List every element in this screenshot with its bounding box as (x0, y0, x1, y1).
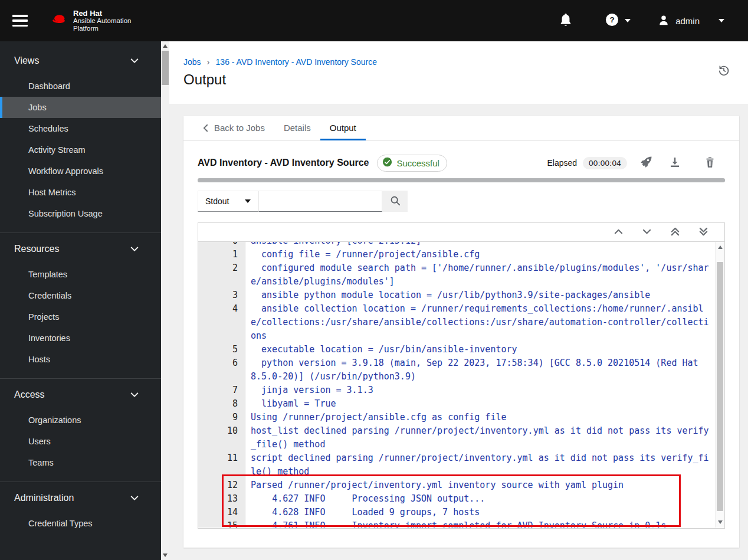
sidebar-item-schedules[interactable]: Schedules (0, 118, 161, 139)
highlighted-log-section: 12Parsed /runner/project/inventory.yml i… (198, 479, 715, 528)
chevron-up-icon (614, 228, 623, 237)
sidebar-group-toggle-resources[interactable]: Resources (0, 237, 161, 261)
user-icon (658, 14, 670, 28)
log-line-number[interactable]: 7 (198, 384, 245, 397)
sidebar-scrollbar-thumb[interactable] (162, 51, 169, 85)
log-line-number[interactable]: 9 (198, 411, 245, 424)
sidebar-scrollbar[interactable] (161, 41, 169, 560)
sidebar-item-activity-stream[interactable]: Activity Stream (0, 139, 161, 161)
double-chevron-up-icon (671, 227, 680, 238)
previous-match-button[interactable] (604, 228, 632, 237)
breadcrumb-job-link[interactable]: 136 - AVD Inventory - AVD Inventory Sour… (216, 57, 377, 67)
log-line-number[interactable]: 5 (198, 343, 245, 356)
log-line-number[interactable]: 3 (198, 289, 245, 302)
check-circle-icon (382, 157, 392, 169)
sidebar-group-toggle-views[interactable]: Views (0, 48, 161, 73)
download-icon (669, 156, 681, 170)
sidebar-group-views: ViewsDashboardJobsSchedulesActivity Stre… (0, 48, 161, 230)
tab-output[interactable]: Output (320, 116, 366, 140)
sidebar-item-users[interactable]: Users (0, 431, 161, 452)
log-line-10: 10host_list declined parsing /runner/pro… (198, 424, 715, 451)
notifications-button[interactable] (559, 12, 572, 29)
log-header-bar (198, 223, 724, 242)
sidebar-item-organizations[interactable]: Organizations (0, 410, 161, 431)
main-content: Jobs › 136 - AVD Inventory - AVD Invento… (169, 41, 748, 560)
top-navbar: Red Hat Ansible Automation Platform ? (0, 0, 748, 41)
sidebar-item-credential-types[interactable]: Credential Types (0, 513, 161, 534)
sidebar-item-host-metrics[interactable]: Host Metrics (0, 182, 161, 203)
search-button[interactable] (382, 191, 408, 212)
sidebar-group-toggle-administration[interactable]: Administration (0, 486, 161, 510)
log-line-number[interactable]: 15 (198, 519, 245, 528)
log-line-text: executable location = /usr/bin/ansible-i… (245, 343, 715, 356)
job-name: AVD Inventory - AVD Inventory Source (198, 158, 369, 168)
log-line-number[interactable]: 11 (198, 451, 245, 479)
sidebar-item-projects[interactable]: Projects (0, 306, 161, 328)
next-match-button[interactable] (632, 228, 661, 237)
log-line-number[interactable]: 4 (198, 302, 245, 343)
download-output-button[interactable] (669, 156, 681, 170)
tab-details[interactable]: Details (274, 116, 320, 140)
sidebar-item-workflow-approvals[interactable]: Workflow Approvals (0, 161, 161, 182)
job-header-row: AVD Inventory - AVD Inventory Source Suc… (183, 140, 739, 172)
log-line-number[interactable]: 14 (198, 506, 245, 519)
sidebar-group-resources: ResourcesTemplatesCredentialsProjectsInv… (0, 237, 161, 376)
status-badge[interactable]: Successful (377, 155, 447, 172)
log-line-number[interactable]: 10 (198, 424, 245, 451)
delete-job-button[interactable] (704, 156, 716, 170)
output-toolbar: Stdout (198, 191, 725, 212)
log-lines: 0ansible-inventory [core 2.15.12]1 confi… (198, 242, 715, 528)
scroll-down-arrow-icon[interactable] (718, 520, 723, 524)
scroll-to-bottom-button[interactable] (689, 227, 717, 238)
horizontal-scrollbar[interactable] (198, 178, 725, 182)
sidebar-group-toggle-access[interactable]: Access (0, 382, 161, 407)
log-scrollbar-thumb[interactable] (717, 262, 723, 511)
scroll-up-arrow-icon[interactable] (163, 44, 168, 48)
user-menu-button[interactable]: admin (658, 14, 724, 28)
chevron-down-icon (130, 57, 139, 65)
log-line-number[interactable]: 2 (198, 261, 245, 289)
scroll-to-top-button[interactable] (661, 227, 689, 238)
relaunch-button[interactable] (640, 156, 652, 170)
sidebar-item-dashboard[interactable]: Dashboard (0, 76, 161, 97)
log-line-text: config file = /runner/project/ansible.cf… (245, 248, 715, 261)
sidebar-item-inventories[interactable]: Inventories (0, 328, 161, 349)
sidebar-item-jobs[interactable]: Jobs (0, 97, 161, 118)
log-line-number[interactable]: 13 (198, 492, 245, 506)
nav-toggle-icon[interactable] (12, 15, 28, 27)
log-line-number[interactable]: 6 (198, 356, 245, 384)
sidebar-item-credentials[interactable]: Credentials (0, 285, 161, 306)
scroll-up-arrow-icon[interactable] (718, 245, 723, 249)
page-header: Jobs › 136 - AVD Inventory - AVD Invento… (169, 41, 748, 104)
history-icon (717, 64, 730, 79)
log-line-text: python version = 3.9.18 (main, Sep 22 20… (245, 356, 715, 384)
log-line-12: 12Parsed /runner/project/inventory.yml i… (198, 479, 715, 492)
log-line-7: 7 jinja version = 3.1.3 (198, 384, 715, 397)
chevron-down-icon (642, 228, 651, 237)
status-label: Successful (396, 158, 439, 168)
help-menu-button[interactable]: ? (605, 13, 631, 29)
scroll-down-arrow-icon[interactable] (163, 554, 168, 557)
log-line-number[interactable]: 1 (198, 248, 245, 261)
sidebar-item-hosts[interactable]: Hosts (0, 349, 161, 370)
stdout-filter-select[interactable]: Stdout (198, 191, 258, 212)
brand-line2: Ansible Automation (73, 17, 131, 25)
log-line-0: 0ansible-inventory [core 2.15.12] (198, 242, 715, 248)
sidebar-item-teams[interactable]: Teams (0, 452, 161, 473)
breadcrumb-jobs-link[interactable]: Jobs (183, 57, 201, 67)
elapsed-label: Elapsed (547, 158, 577, 168)
sidebar-item-templates[interactable]: Templates (0, 264, 161, 285)
log-line-number[interactable]: 0 (198, 242, 245, 248)
log-line-9: 9Using /runner/project/ansible.cfg as co… (198, 411, 715, 424)
sidebar-item-subscription-usage[interactable]: Subscription Usage (0, 203, 161, 224)
search-input[interactable] (258, 191, 382, 212)
log-vertical-scrollbar[interactable] (715, 242, 724, 528)
caret-down-icon (719, 19, 724, 22)
sidebar-divider (0, 482, 161, 482)
log-line-4: 4 ansible collection location = /runner/… (198, 302, 715, 343)
history-button[interactable] (717, 64, 730, 79)
log-line-number[interactable]: 8 (198, 397, 245, 411)
tab-back-to-jobs[interactable]: Back to Jobs (193, 116, 274, 140)
log-line-number[interactable]: 12 (198, 479, 245, 492)
redhat-hat-icon (50, 12, 68, 29)
